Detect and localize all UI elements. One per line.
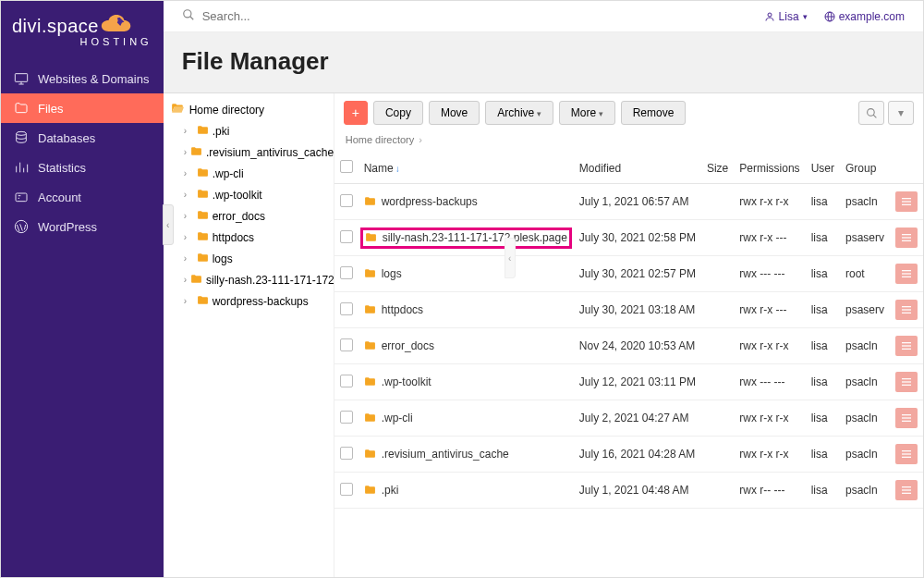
row-actions-button[interactable]	[895, 372, 918, 392]
row-checkbox[interactable]	[340, 375, 353, 387]
row-actions-button[interactable]	[895, 228, 918, 248]
tree-item-label: httpdocs	[213, 231, 254, 244]
select-all-checkbox[interactable]	[340, 160, 353, 173]
tree-item[interactable]: ›.wp-toolkit	[180, 184, 334, 205]
file-name-cell[interactable]: .wp-cli	[364, 412, 568, 425]
file-modified: July 2, 2021 04:27 AM	[574, 400, 701, 437]
row-checkbox[interactable]	[340, 302, 353, 315]
highlighted-folder[interactable]: silly-nash.23-111-171-172.plesk.page	[360, 228, 572, 249]
file-name-cell[interactable]: logs	[364, 267, 568, 281]
col-modified-header[interactable]: Modified	[574, 153, 701, 184]
row-checkbox[interactable]	[340, 230, 353, 243]
file-name-cell[interactable]: .revisium_antivirus_cache	[364, 448, 568, 461]
sidebar: divi.space HOSTING Websites & DomainsFil…	[1, 1, 164, 577]
file-name[interactable]: .revisium_antivirus_cache	[382, 448, 509, 461]
svg-line-17	[873, 115, 876, 117]
file-name[interactable]: .wp-cli	[382, 412, 413, 424]
file-permissions: rwx r-x r-x	[734, 184, 805, 220]
tree-item-label: wordpress-backups	[213, 295, 309, 308]
settings-button[interactable]: ▾	[888, 101, 914, 125]
file-permissions: rwx r-x r-x	[734, 400, 805, 437]
row-checkbox[interactable]	[340, 266, 353, 279]
sidebar-item-account[interactable]: Account	[1, 182, 164, 212]
chevron-down-icon: ▾	[803, 12, 808, 21]
archive-button[interactable]: Archive	[485, 101, 553, 125]
file-modified: July 30, 2021 03:18 AM	[574, 292, 701, 328]
col-user-header[interactable]: User	[806, 153, 840, 184]
folder-icon	[197, 252, 209, 265]
tree-item[interactable]: ›wordpress-backups	[180, 290, 334, 312]
search-input[interactable]	[202, 9, 387, 23]
col-perm-header[interactable]: Permissions	[734, 153, 805, 184]
collapse-tree-handle[interactable]: ‹	[505, 238, 516, 278]
file-name[interactable]: error_docs	[382, 339, 434, 352]
row-actions-button[interactable]	[895, 336, 918, 356]
folder-icon	[364, 375, 376, 389]
file-modified: July 30, 2021 02:57 PM	[574, 256, 701, 292]
file-name[interactable]: silly-nash.23-111-171-172.plesk.page	[383, 231, 567, 244]
sidebar-item-files[interactable]: Files	[1, 93, 164, 123]
tree-root[interactable]: Home directory	[164, 99, 334, 120]
copy-button[interactable]: Copy	[373, 101, 423, 125]
row-actions-button[interactable]	[895, 300, 918, 320]
sidebar-item-wordpress[interactable]: WordPress	[1, 212, 164, 241]
file-size	[701, 184, 734, 220]
file-name[interactable]: logs	[382, 267, 402, 280]
file-size	[701, 256, 734, 292]
folder-icon	[197, 230, 209, 244]
file-modified: July 1, 2021 06:57 AM	[574, 184, 701, 220]
tree-item[interactable]: ›logs	[180, 248, 334, 269]
svg-rect-0	[15, 74, 27, 82]
file-name-cell[interactable]: httpdocs	[364, 303, 568, 317]
sidebar-item-websites[interactable]: Websites & Domains	[1, 64, 164, 93]
folder-icon	[364, 448, 376, 461]
row-actions-button[interactable]	[895, 191, 918, 212]
user-icon	[764, 11, 775, 22]
tree-item[interactable]: ›httpdocs	[180, 227, 334, 248]
tree-item[interactable]: ›.wp-cli	[180, 163, 334, 184]
tree-root-label: Home directory	[189, 104, 264, 117]
row-actions-button[interactable]	[895, 264, 918, 284]
table-row: httpdocsJuly 30, 2021 03:18 AMrwx r-x --…	[334, 292, 923, 328]
row-checkbox[interactable]	[340, 411, 353, 424]
file-permissions: rwx r-- ---	[734, 473, 805, 509]
sidebar-item-statistics[interactable]: Statistics	[1, 153, 164, 182]
more-button[interactable]: More	[559, 101, 615, 125]
col-group-header[interactable]: Group	[840, 153, 890, 184]
add-button[interactable]: +	[344, 101, 368, 125]
row-actions-button[interactable]	[895, 480, 918, 500]
user-menu[interactable]: Lisa ▾	[764, 10, 808, 23]
row-checkbox[interactable]	[340, 194, 353, 207]
tree-item[interactable]: ›.pki	[180, 120, 334, 141]
tree-item[interactable]: ›error_docs	[180, 205, 334, 227]
remove-button[interactable]: Remove	[621, 101, 687, 125]
breadcrumb[interactable]: Home directory	[334, 132, 923, 153]
tree-item[interactable]: ›.revisium_antivirus_cache	[180, 141, 334, 163]
move-button[interactable]: Move	[429, 101, 480, 125]
tree-item[interactable]: ›silly-nash.23-111-171-172.plesk.page	[180, 269, 334, 290]
row-checkbox[interactable]	[340, 483, 353, 496]
file-name[interactable]: wordpress-backups	[382, 195, 478, 208]
file-name-cell[interactable]: .pki	[364, 484, 568, 498]
col-size-header[interactable]: Size	[701, 153, 734, 184]
domain-link[interactable]: example.com	[824, 10, 905, 23]
svg-line-11	[189, 17, 193, 20]
file-name-cell[interactable]: .wp-toolkit	[364, 375, 568, 389]
row-actions-button[interactable]	[895, 408, 918, 428]
row-checkbox[interactable]	[340, 447, 353, 460]
row-checkbox[interactable]	[340, 338, 353, 351]
file-name-cell[interactable]: error_docs	[364, 339, 568, 353]
file-modified: July 30, 2021 02:58 PM	[574, 220, 701, 256]
file-name[interactable]: .wp-toolkit	[382, 375, 432, 388]
search-files-button[interactable]	[858, 101, 884, 125]
row-actions-button[interactable]	[895, 444, 918, 464]
file-name[interactable]: httpdocs	[382, 303, 423, 316]
sidebar-item-databases[interactable]: Databases	[1, 123, 164, 153]
collapse-sidebar-handle[interactable]: ‹	[163, 204, 174, 245]
col-name-header[interactable]: Name↓	[359, 153, 574, 184]
file-name[interactable]: .pki	[382, 484, 399, 497]
file-user: lisa	[806, 364, 840, 400]
file-name-cell[interactable]: wordpress-backups	[364, 195, 568, 209]
chevron-right-icon: ›	[184, 211, 193, 221]
folder-icon	[364, 339, 376, 353]
